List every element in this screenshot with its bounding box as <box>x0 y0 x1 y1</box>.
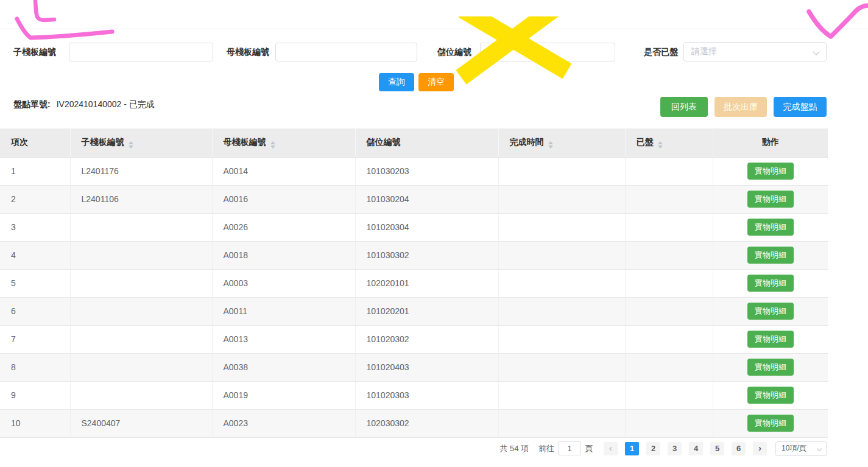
counted-label: 是否已盤 <box>644 47 678 57</box>
pagination-bar: 共 54 項 前往 頁 ‹ 1 2 3 4 5 6 › 10項/頁 <box>0 441 827 456</box>
filter-bar: 子棧板編號 母棧板編號 儲位編號 是否已盤 請選擇 查詢 清空 <box>0 29 868 93</box>
parent-pallet-label: 母棧板編號 <box>227 47 269 57</box>
item-detail-button[interactable]: 實物明細 <box>747 163 794 180</box>
item-detail-button[interactable]: 實物明細 <box>747 247 794 264</box>
pagination-page-input[interactable] <box>558 441 581 455</box>
col-header-sub-pallet: 子棧板編號 <box>70 128 212 157</box>
table-row: 5A0003102020101 實物明細 <box>0 269 828 297</box>
pagination-page-3[interactable]: 3 <box>668 442 682 455</box>
table-row: 10S2400407A0023102030302 實物明細 <box>0 409 828 437</box>
pagination-goto-label: 前往 <box>538 443 554 454</box>
item-detail-button[interactable]: 實物明細 <box>747 191 794 208</box>
pagination-page-2[interactable]: 2 <box>646 442 660 455</box>
sort-icon[interactable] <box>658 141 663 149</box>
item-detail-button[interactable]: 實物明細 <box>747 219 794 236</box>
order-number-text: 盤點單號:IV202410140002 - 已完成 <box>13 99 155 110</box>
complete-count-button[interactable]: 完成盤點 <box>774 97 827 117</box>
chevron-down-icon <box>817 446 822 451</box>
item-detail-button[interactable]: 實物明細 <box>747 387 794 404</box>
sort-icon[interactable] <box>270 141 275 149</box>
item-detail-button[interactable]: 實物明細 <box>747 331 794 348</box>
top-nav-bar <box>0 0 868 29</box>
counted-select-placeholder: 請選擇 <box>691 46 717 57</box>
pagination-prev-button[interactable]: ‹ <box>604 442 618 455</box>
col-header-parent-pallet: 母棧板編號 <box>212 128 355 157</box>
pagination-page-unit: 頁 <box>585 443 593 454</box>
item-detail-button[interactable]: 實物明細 <box>747 275 794 292</box>
col-header-index: 項次 <box>0 128 70 157</box>
location-label: 儲位編號 <box>437 47 471 57</box>
back-to-list-button[interactable]: 回列表 <box>660 97 708 117</box>
sub-pallet-label: 子棧板編號 <box>13 47 56 57</box>
sub-pallet-input[interactable] <box>69 43 213 61</box>
pagination-total: 共 54 項 <box>499 443 529 454</box>
col-header-finish-time: 完成時間 <box>498 128 625 157</box>
sort-icon[interactable] <box>129 141 133 149</box>
order-info-row: 盤點單號:IV202410140002 - 已完成 回列表 批次出庫 完成盤點 <box>0 93 868 128</box>
col-header-counted: 已盤 <box>625 128 713 157</box>
table-row: 2L2401106A0016101030204 實物明細 <box>0 185 828 213</box>
pagination-page-5[interactable]: 5 <box>710 442 724 455</box>
parent-pallet-input[interactable] <box>275 43 417 61</box>
toolbar: 回列表 批次出庫 完成盤點 <box>660 97 827 117</box>
inventory-count-detail-page: 子棧板編號 母棧板編號 儲位編號 是否已盤 請選擇 查詢 清空 盤點單號:IV2… <box>0 0 868 467</box>
pagination-page-4[interactable]: 4 <box>689 442 703 455</box>
item-detail-button[interactable]: 實物明細 <box>747 303 794 320</box>
table-row: 8A0038101020403 實物明細 <box>0 353 828 381</box>
table-row: 6A0011101020201 實物明細 <box>0 297 828 325</box>
page-size-value: 10項/頁 <box>782 443 806 454</box>
col-header-location: 儲位編號 <box>355 128 498 157</box>
page-size-select[interactable]: 10項/頁 <box>775 441 827 456</box>
table-row: 7A0013101020302 實物明細 <box>0 325 828 353</box>
pagination-page-6[interactable]: 6 <box>732 442 746 455</box>
order-number-label: 盤點單號: <box>13 99 51 109</box>
batch-outbound-button[interactable]: 批次出庫 <box>715 97 767 117</box>
col-header-action: 動作 <box>713 128 828 157</box>
search-button[interactable]: 查詢 <box>379 73 414 91</box>
inventory-table: 項次 子棧板編號 母棧板編號 儲位編號 完成時間 已盤 動作 1L2401176… <box>0 128 828 438</box>
table-row: 4A0018101030302 實物明細 <box>0 241 828 269</box>
table-row: 1L2401176A0014101030203 實物明細 <box>0 157 828 185</box>
clear-button[interactable]: 清空 <box>418 73 454 91</box>
sort-icon[interactable] <box>548 141 553 149</box>
pagination-next-button[interactable]: › <box>753 442 767 455</box>
item-detail-button[interactable]: 實物明細 <box>747 415 794 432</box>
item-detail-button[interactable]: 實物明細 <box>747 359 794 376</box>
chevron-down-icon <box>813 48 819 55</box>
counted-select[interactable]: 請選擇 <box>683 42 827 61</box>
order-number-value: IV202410140002 - 已完成 <box>57 99 155 109</box>
table-row: 3A0026101020304 實物明細 <box>0 213 828 241</box>
location-input[interactable] <box>480 43 615 61</box>
table-header-row: 項次 子棧板編號 母棧板編號 儲位編號 完成時間 已盤 動作 <box>0 128 828 157</box>
pagination-page-1[interactable]: 1 <box>625 442 639 455</box>
table-row: 9A0019101020303 實物明細 <box>0 381 828 409</box>
